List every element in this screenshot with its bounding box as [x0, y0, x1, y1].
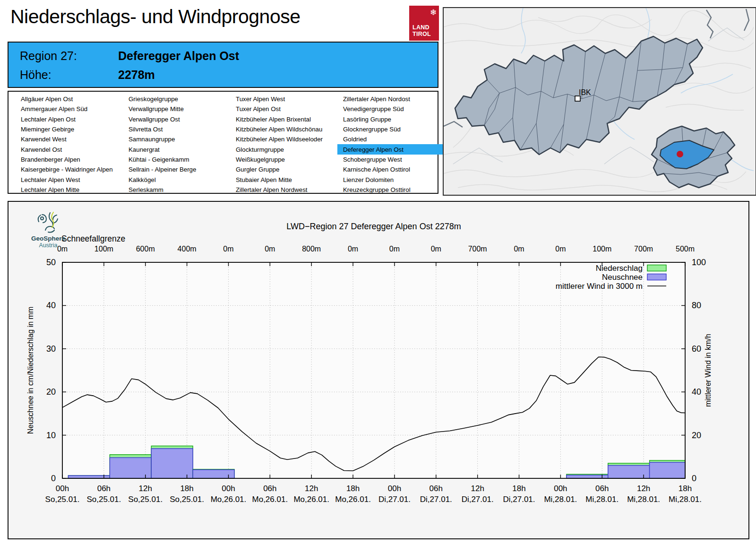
region-list-column-1: Allgäuer Alpen OstAmmergauer Alpen SüdLe… — [15, 94, 122, 195]
region-item[interactable]: Goldried — [337, 134, 444, 144]
snowline-value: 0m — [389, 245, 400, 253]
region-item[interactable]: Kalkkögel — [123, 174, 230, 184]
y-axis-left-label: 0 — [51, 474, 56, 483]
region-item[interactable]: Karwendel Ost — [15, 144, 122, 154]
region-header-panel: Region 27:Deferegger Alpen Ost Höhe:2278… — [8, 42, 438, 88]
region-item[interactable]: Tuxer Alpen Ost — [230, 104, 337, 114]
snowflake-icon: ❄ — [430, 8, 437, 17]
snowline-value: 800m — [302, 245, 321, 253]
y-axis-left-label: 30 — [46, 344, 56, 354]
x-axis-hour-label: 12h — [305, 484, 318, 493]
land-tirol-logo: ❄ LAND TIROL — [409, 6, 439, 41]
region-item[interactable]: Lechtaler Alpen West — [15, 174, 122, 184]
region-list-column-4: Zillertaler Alpen NordostVenedigergruppe… — [337, 94, 444, 195]
geosphere-name: GeoSphere — [26, 235, 71, 242]
x-axis-date-label: Di,27.01. — [503, 495, 535, 504]
region-item[interactable]: Schobergruppe West — [337, 155, 444, 164]
region-item[interactable]: Lienzer Dolomiten — [337, 174, 444, 184]
region-item[interactable]: Kaisergebirge - Waidringer Alpen — [15, 164, 122, 174]
region-item[interactable]: Sellrain - Alpeiner Berge — [123, 164, 230, 174]
forecast-chart: LWD−Region 27 Deferegger Alpen Ost 2278m… — [9, 202, 748, 538]
x-axis-date-label: Di,27.01. — [462, 495, 494, 504]
region-item[interactable]: Kühtai - Geigenkamm — [123, 155, 230, 164]
x-axis-hour-label: 18h — [679, 484, 692, 493]
region-item[interactable]: Venedigergruppe Süd — [337, 104, 444, 114]
x-axis-date-label: Mo,26.01. — [252, 495, 288, 504]
region-item[interactable]: Allgäuer Alpen Ost — [15, 94, 122, 104]
y-axis-left-label: 20 — [46, 387, 56, 397]
snowline-value: 0m — [555, 245, 566, 253]
region-item[interactable]: Stubaier Alpen Mitte — [230, 174, 337, 184]
region-item[interactable]: Tuxer Alpen West — [230, 94, 337, 104]
logo-line2: TIROL — [412, 31, 431, 38]
x-axis-hour-label: 00h — [56, 484, 69, 493]
x-axis-hour-label: 06h — [97, 484, 111, 493]
station-marker — [677, 151, 683, 157]
region-item[interactable]: Mieminger Gebirge — [15, 124, 122, 134]
x-axis-date-label: So,25.01. — [128, 495, 163, 504]
snowline-value: 0m — [514, 245, 524, 253]
y-axis-right-label: 0 — [692, 474, 696, 483]
region-list-panel: Allgäuer Alpen OstAmmergauer Alpen SüdLe… — [8, 91, 438, 194]
x-axis-hour-label: 12h — [637, 484, 650, 493]
region-item[interactable]: Zillertaler Alpen Nordwest — [230, 185, 337, 195]
region-item[interactable]: Verwallgruppe Mitte — [123, 104, 230, 114]
x-axis-date-label: Mo,26.01. — [293, 495, 329, 504]
y-axis-left-title: Neuschnee in cm/Niederschlag in mm — [26, 307, 34, 434]
tirol-map[interactable]: IBK — [443, 7, 756, 196]
legend-swatch — [647, 274, 666, 280]
region-item-selected[interactable]: Deferegger Alpen Ost — [337, 144, 444, 154]
region-item[interactable]: Gurgler Gruppe — [230, 164, 337, 174]
region-item[interactable]: Lasörling Gruppe — [337, 114, 444, 124]
snowline-value: 0m — [265, 245, 275, 253]
region-name-value: Deferegger Alpen Ost — [118, 49, 239, 62]
region-item[interactable]: Ammergauer Alpen Süd — [15, 104, 122, 114]
x-axis-hour-label: 18h — [180, 484, 193, 493]
y-axis-right-title: mittlerer Wind in km/h — [704, 334, 712, 407]
snowline-label: Schneefallgrenze — [61, 234, 125, 243]
y-axis-left-label: 10 — [46, 431, 56, 440]
x-axis-hour-label: 00h — [222, 484, 235, 493]
region-item[interactable]: Serleskamm — [123, 185, 230, 195]
snowline-value: 400m — [178, 245, 197, 253]
geosphere-country: Austria — [26, 242, 71, 249]
logo-line1: LAND — [412, 25, 431, 31]
region-list-column-3: Tuxer Alpen WestTuxer Alpen OstKitzbühel… — [230, 94, 337, 195]
x-axis-date-label: Mi,28.01. — [669, 495, 702, 504]
y-axis-right-label: 60 — [692, 344, 701, 354]
region-item[interactable]: Lechtaler Alpen Ost — [15, 114, 122, 124]
y-axis-right-label: 20 — [692, 431, 701, 440]
snowline-value: 0m — [348, 245, 358, 253]
x-axis-date-label: Mi,28.01. — [585, 495, 619, 504]
snowline-value: 0m — [431, 245, 441, 253]
region-item[interactable]: Weißkugelgruppe — [230, 155, 337, 164]
region-item[interactable]: Kitzbüheler Alpen Wildseeloder — [230, 134, 337, 144]
neuschnee-bar — [151, 449, 193, 478]
region-item[interactable]: Karwendel West — [15, 134, 122, 144]
region-item[interactable]: Kitzbüheler Alpen Brixental — [230, 114, 337, 124]
region-item[interactable]: Samnaungruppe — [123, 134, 230, 144]
region-item[interactable]: Kreuzeckgruppe Osttirol — [337, 185, 444, 195]
region-item[interactable]: Grieskogelgruppe — [123, 94, 230, 104]
legend-label: Niederschlag — [596, 264, 643, 273]
x-axis-date-label: Di,27.01. — [378, 495, 411, 504]
region-item[interactable]: Silvretta Ost — [123, 124, 230, 134]
x-axis-hour-label: 18h — [512, 484, 525, 493]
region-item[interactable]: Lechtaler Alpen Mitte — [15, 185, 122, 195]
region-item[interactable]: Brandenberger Alpen — [15, 155, 122, 164]
x-axis-hour-label: 00h — [554, 484, 567, 493]
region-item[interactable]: Kaunergrat — [123, 144, 230, 154]
region-item[interactable]: Glockturmgruppe — [230, 144, 337, 154]
region-item[interactable]: Glocknergruppe Süd — [337, 124, 444, 134]
x-axis-hour-label: 06h — [430, 484, 443, 493]
chart-title: LWD−Region 27 Deferegger Alpen Ost 2278m — [286, 222, 461, 231]
region-list-column-2: GrieskogelgruppeVerwallgruppe MitteVerwa… — [123, 94, 230, 195]
snowline-value: 500m — [676, 245, 695, 253]
region-item[interactable]: Kitzbüheler Alpen Wildschönau — [230, 124, 337, 134]
page-title: Niederschlags- und Windprognose — [10, 6, 301, 28]
region-item[interactable]: Karnische Alpen Osttirol — [337, 164, 444, 174]
neuschnee-bar — [650, 462, 685, 478]
region-item[interactable]: Verwallgruppe Ost — [123, 114, 230, 124]
region-item[interactable]: Zillertaler Alpen Nordost — [337, 94, 444, 104]
x-axis-date-label: Mo,26.01. — [211, 495, 247, 504]
